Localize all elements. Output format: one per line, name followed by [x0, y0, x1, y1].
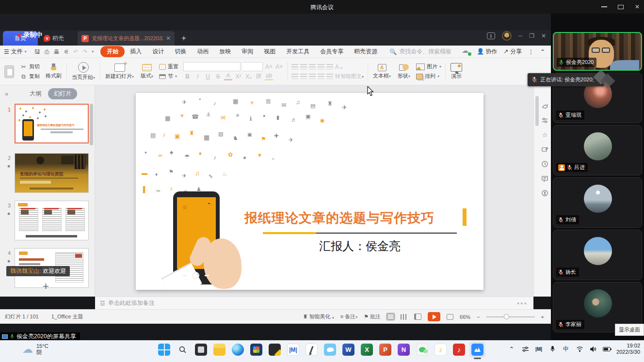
menu-start[interactable]: 开始 [100, 46, 125, 57]
zoom-slider[interactable] [486, 316, 535, 317]
cloud-sync-icon[interactable] [462, 48, 470, 55]
increase-font-icon[interactable]: A˄ [265, 63, 273, 70]
netease-music-icon[interactable]: ♪ [453, 344, 465, 356]
fit-slide-icon[interactable] [447, 314, 453, 320]
current-slide[interactable]: ✈●♪▦☀▥✉♫▤♜✈▦☀☎⚓✉✳ℹ●▮♬▣◉▤♪▣♜▦▧♞▣⚑✚✈●☕♣☂♠♪… [136, 93, 483, 290]
tray-expand-icon[interactable]: ⌃ [508, 346, 515, 353]
outline-tab[interactable]: 大纲 [30, 90, 41, 98]
powerpoint-icon[interactable]: P [379, 344, 391, 356]
output-icon[interactable]: ⎙ [45, 48, 49, 55]
cut-button[interactable]: ✂剪切 [20, 63, 40, 71]
print-icon[interactable]: 🖶 [53, 48, 59, 55]
ime-indicator[interactable]: 中 [562, 345, 570, 353]
reading-view-icon[interactable] [414, 314, 421, 320]
notes-splitter-icon[interactable]: ●●● [517, 301, 528, 306]
tab-close-icon[interactable]: ✕ [166, 35, 171, 42]
play-from-page-button[interactable]: 当页开始▾ [68, 60, 98, 83]
app-store-icon[interactable] [250, 344, 262, 356]
note-button[interactable]: ≡ 备注▾ [340, 313, 358, 320]
align-left-icon[interactable] [291, 74, 298, 79]
command-search[interactable]: 🔍 查找命令、搜索模板 [389, 47, 451, 56]
justify-icon[interactable] [318, 74, 324, 79]
line-spacing-icon[interactable] [326, 64, 333, 69]
assistant-icon[interactable] [541, 102, 549, 110]
menu-view[interactable]: 视图 [258, 47, 281, 57]
font-size-select[interactable] [242, 62, 263, 71]
section-button[interactable]: 节▾ [159, 72, 178, 80]
font-family-select[interactable] [183, 62, 241, 71]
print-preview-icon[interactable]: ⚟ [64, 48, 69, 55]
wechat-icon[interactable] [416, 344, 428, 356]
excel-icon[interactable]: X [361, 344, 373, 356]
show-desktop-tooltip[interactable]: 显示桌面 [615, 324, 644, 336]
undo-icon[interactable]: ↶ [73, 48, 78, 55]
slide-thumbnail-1[interactable]: 报纸理论文章的选题与写作技巧 [15, 104, 89, 143]
history-icon[interactable] [541, 160, 549, 168]
beautify-button[interactable]: ♜ 智能美化 ▴ [303, 313, 334, 320]
collapse-ribbon-icon[interactable]: ⌃ [540, 48, 545, 55]
normal-view-icon[interactable] [387, 314, 394, 320]
new-slide-button[interactable]: 新建幻灯片▾ [102, 60, 137, 83]
font-color-button[interactable]: A [224, 72, 232, 80]
wps-close-icon[interactable]: ✕ [541, 32, 546, 39]
reset-button[interactable]: 重置 [159, 63, 178, 71]
align-right-icon[interactable] [309, 74, 316, 79]
underline-button[interactable]: U [204, 73, 212, 80]
layout-button[interactable]: 版式▾ [137, 60, 157, 83]
copy-button[interactable]: ⧉复制 [20, 72, 40, 80]
canvas-scrollbar[interactable] [535, 96, 539, 126]
menu-insert[interactable]: 插入 [125, 47, 147, 57]
slide-thumbnail-3[interactable] [15, 201, 89, 240]
menu-transition[interactable]: 切换 [169, 47, 192, 57]
slide-library-icon[interactable] [541, 145, 549, 154]
tray-m-icon[interactable]: |M| [535, 346, 543, 352]
edge-browser-icon[interactable] [232, 344, 244, 356]
volume-icon[interactable] [589, 346, 597, 352]
slideshow-play-button[interactable] [428, 312, 440, 321]
slide-title[interactable]: 报纸理论文章的选题与写作技巧 [244, 209, 435, 227]
message-badge[interactable]: 1 [487, 32, 495, 39]
textbox-button[interactable]: A文本框▾ [370, 60, 394, 83]
menu-slideshow[interactable]: 放映 [214, 47, 236, 57]
tab-document[interactable]: P 党报理论文章的选题...20220325) ✕ [78, 31, 175, 46]
wps-restore-icon[interactable]: ❐ [529, 32, 534, 39]
zoom-in-icon[interactable]: + [541, 314, 544, 320]
numbering-icon[interactable] [300, 64, 307, 69]
save-icon[interactable]: 🖫 [34, 48, 40, 55]
highlight-button[interactable]: ab [265, 72, 273, 80]
present-button[interactable]: 演示 [447, 60, 466, 83]
wps-app-icon[interactable] [269, 344, 281, 356]
slide-thumbnail-2[interactable]: 党报的评论与理论类型 [15, 153, 89, 193]
tray-mic-icon[interactable] [548, 346, 556, 352]
menu-member[interactable]: 会员专享 [315, 47, 349, 57]
wifi-icon[interactable] [576, 346, 583, 352]
menu-docer-res[interactable]: 稻壳资源 [349, 47, 383, 57]
panel-collapse-icon[interactable]: « [5, 90, 8, 97]
new-tab-button[interactable]: + [181, 31, 186, 46]
redo-icon[interactable]: ↷ [82, 48, 87, 55]
beautify-icon[interactable]: ☆ [541, 131, 549, 139]
notes-bar[interactable]: ☲ 单击此处添加备注 ●●● [95, 297, 533, 309]
more-menu-icon[interactable]: ⋮ [528, 48, 534, 55]
bold-button[interactable]: B [183, 73, 192, 80]
account-avatar[interactable] [502, 31, 512, 41]
weather-widget[interactable]: ☁ 15°C阴 [22, 343, 48, 356]
strike-button[interactable]: S [214, 73, 222, 80]
zoom-out-icon[interactable]: − [477, 314, 480, 320]
battery-icon[interactable] [603, 347, 611, 351]
slide-sorter-icon[interactable] [401, 314, 408, 320]
close-icon[interactable]: ✕ [634, 3, 640, 10]
picture-button[interactable]: 图片▾ [416, 63, 441, 71]
paste-button[interactable] [1, 60, 17, 83]
pinyin-button[interactable]: 拼 [255, 72, 263, 80]
bullets-icon[interactable] [291, 64, 298, 69]
menu-devtools[interactable]: 开发工具 [281, 47, 315, 57]
subscript-button[interactable]: X₂ [244, 73, 253, 80]
presenter-line[interactable]: 汇报人：侯金亮 [263, 238, 457, 254]
qq-music-icon[interactable]: ♪ [435, 344, 447, 356]
menu-design[interactable]: 设计 [147, 47, 169, 57]
collab-button[interactable]: 👤 协作 [477, 47, 497, 56]
bird-app-icon[interactable] [324, 344, 336, 356]
participant-tile[interactable]: 刘倩 [553, 177, 642, 228]
file-explorer-icon[interactable] [213, 344, 225, 356]
